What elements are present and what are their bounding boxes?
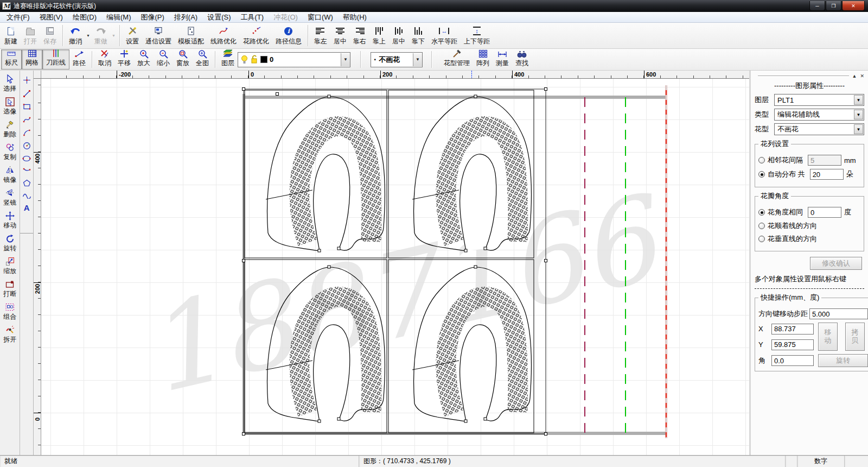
ellipse-tool[interactable] xyxy=(20,153,33,165)
flower-select-dropdown[interactable]: ▼ xyxy=(854,124,863,134)
align-bottom-button[interactable]: 靠下 xyxy=(409,23,428,48)
horizontal-ruler[interactable]: -200 0 200 400 600 xyxy=(41,71,749,79)
settings-button[interactable]: 设置 xyxy=(123,23,142,48)
ruler-toggle[interactable]: 标尺 xyxy=(1,49,22,70)
arc2-tool[interactable] xyxy=(20,165,33,176)
menu-arrange[interactable]: 排列(A) xyxy=(169,12,202,23)
menu-tools[interactable]: 工具(T) xyxy=(236,12,269,23)
scale-tool[interactable]: 缩放 xyxy=(0,255,20,277)
layer-button[interactable]: 图层 xyxy=(218,49,238,70)
step-input[interactable] xyxy=(809,308,868,319)
rotate-tool[interactable]: 旋转 xyxy=(0,232,20,255)
menu-view[interactable]: 视图(V) xyxy=(35,12,68,23)
undo-dropdown[interactable]: ▼ xyxy=(86,34,90,37)
text-tool[interactable]: A xyxy=(20,201,33,214)
point-tool[interactable] xyxy=(20,73,33,87)
menu-window[interactable]: 窗口(W) xyxy=(303,12,338,23)
x-input[interactable] xyxy=(771,324,814,335)
new-button[interactable]: 新建 xyxy=(1,23,21,48)
align-left-button[interactable]: 靠左 xyxy=(311,23,330,48)
rectangle-icon xyxy=(23,103,31,110)
panel-close-button[interactable]: ✕ xyxy=(860,73,864,79)
select-tool[interactable]: 选择 xyxy=(0,72,20,95)
flower-select[interactable]: 不画花 ▼ xyxy=(774,123,864,135)
panel-title: ---------图形属性--------- xyxy=(755,81,864,91)
find-button[interactable]: 查找 xyxy=(512,49,532,70)
comm-settings-button[interactable]: 通信设置 xyxy=(142,23,175,48)
vertical-ruler[interactable]: 400 200 0 xyxy=(34,79,41,455)
undo-button[interactable]: 撤消 xyxy=(66,23,85,48)
v-equal-spacing-button[interactable]: ↕ 上下等距 xyxy=(461,23,493,48)
break-tool[interactable]: 打断 xyxy=(0,277,20,300)
panel-grip[interactable] xyxy=(758,75,849,77)
layer-combo-dropdown[interactable]: ▼ xyxy=(341,53,350,66)
measure-button[interactable]: 测量 xyxy=(493,49,512,70)
zoom-in-button[interactable]: 放大 xyxy=(134,49,154,70)
line-optimize-button[interactable]: 线路优化 xyxy=(207,23,240,48)
flower-combo-dropdown[interactable]: ▼ xyxy=(413,53,422,66)
pan-button[interactable]: 平移 xyxy=(114,49,134,70)
copy-icon xyxy=(5,143,15,152)
layer-select[interactable]: PLT1 ▼ xyxy=(774,94,864,106)
layer-select-dropdown[interactable]: ▼ xyxy=(854,95,863,105)
copy-tool[interactable]: 复制 xyxy=(0,141,20,163)
zoom-all-button[interactable]: 全图 xyxy=(193,49,212,70)
layer-color-combo[interactable]: 0 ▼ xyxy=(238,52,350,67)
adjacent-spacing-radio[interactable] xyxy=(758,157,765,163)
vmirror-tool[interactable]: 竖镜 xyxy=(0,186,20,209)
align-right-button[interactable]: 靠右 xyxy=(350,23,369,48)
align-hcenter-button[interactable]: 居中 xyxy=(330,23,350,48)
angle-input[interactable] xyxy=(771,355,814,366)
menu-file[interactable]: 文件(F) xyxy=(2,12,35,23)
align-top-button[interactable]: 靠上 xyxy=(369,23,389,48)
type-select-dropdown[interactable]: ▼ xyxy=(854,110,863,119)
close-button[interactable]: ✕ xyxy=(842,1,865,11)
same-angle-radio[interactable] xyxy=(758,209,765,216)
drawing-viewport[interactable]: 1887166 xyxy=(41,79,749,455)
template-fit-button[interactable]: 模板适配 xyxy=(175,23,207,48)
mirror-tool[interactable]: 镜像 xyxy=(0,163,20,186)
panel-collapse-button[interactable]: ▲ xyxy=(852,73,857,79)
menu-help[interactable]: 帮助(H) xyxy=(338,12,372,23)
zoom-out-button[interactable]: 缩小 xyxy=(154,49,173,70)
y-input[interactable] xyxy=(771,339,814,350)
ungroup-tool[interactable]: 拆开 xyxy=(0,323,20,346)
group-tool[interactable]: 组合 xyxy=(0,300,20,323)
auto-distribute-radio[interactable] xyxy=(758,171,765,178)
knife-line-toggle[interactable]: 刀距线 xyxy=(42,49,69,70)
circle-tool[interactable] xyxy=(20,139,33,153)
h-equal-spacing-button[interactable]: ↔ 水平等距 xyxy=(428,23,461,48)
flower-optimize-button[interactable]: 花路优化 xyxy=(240,23,272,48)
restore-button[interactable]: ❐ xyxy=(826,1,841,11)
cancel-button[interactable]: 取消 xyxy=(95,49,114,70)
select-image-tool[interactable]: 选像 xyxy=(0,95,20,118)
along-line-radio[interactable] xyxy=(758,223,765,229)
auto-distribute-input[interactable] xyxy=(810,169,844,180)
curve-tool[interactable] xyxy=(20,113,33,126)
spline-tool[interactable] xyxy=(20,190,33,201)
path-toggle[interactable]: 路径 xyxy=(69,49,89,70)
line-tool[interactable] xyxy=(20,87,33,100)
shoe-pattern[interactable] xyxy=(266,95,385,252)
minimize-button[interactable]: ─ xyxy=(809,1,825,11)
move-tool[interactable]: 移动 xyxy=(0,209,20,232)
perpendicular-radio[interactable] xyxy=(758,236,765,242)
menu-edit[interactable]: 编辑(M) xyxy=(101,12,136,23)
canvas-drawing[interactable]: 1887166 xyxy=(41,79,749,455)
rectangle-tool[interactable] xyxy=(20,100,33,113)
type-select[interactable]: 编辑花辅助线 ▼ xyxy=(774,109,864,121)
menu-image[interactable]: 图像(P) xyxy=(136,12,169,23)
grid-toggle[interactable]: 网格 xyxy=(22,49,42,70)
zoom-window-button[interactable]: 窗放 xyxy=(173,49,193,70)
menu-draw[interactable]: 绘图(D) xyxy=(68,12,101,23)
delete-tool[interactable]: 删除 xyxy=(0,118,20,141)
pattern-manage-button[interactable]: 花型管理 xyxy=(441,49,473,70)
array-button[interactable]: 阵列 xyxy=(473,49,493,70)
arc-tool[interactable] xyxy=(20,126,33,139)
same-angle-input[interactable] xyxy=(808,207,841,218)
flower-combo[interactable]: · 不画花 ▼ xyxy=(371,52,423,67)
menu-settings[interactable]: 设置(S) xyxy=(202,12,235,23)
align-vcenter-button[interactable]: 居中 xyxy=(389,23,409,48)
path-info-button[interactable]: i 路径信息 xyxy=(272,23,305,48)
polygon-tool[interactable] xyxy=(20,176,33,190)
